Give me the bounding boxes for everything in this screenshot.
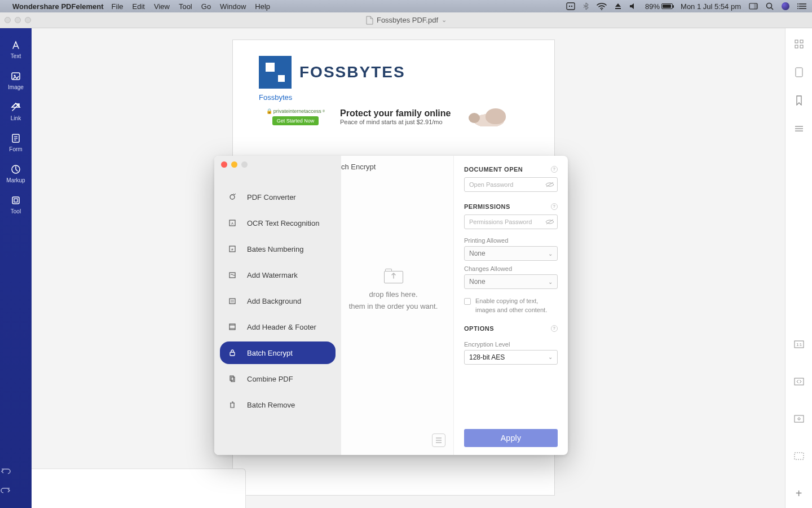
- link-icon: [0, 102, 32, 113]
- section-document-open: DOCUMENT OPEN: [464, 166, 523, 173]
- sidebar-label: Tool: [0, 208, 32, 214]
- printing-allowed-select[interactable]: None⌄: [464, 246, 558, 261]
- batch-tools-modal: PDF ConverterAOCR Text Recognition#Bates…: [214, 156, 568, 455]
- menu-go[interactable]: Go: [201, 2, 211, 11]
- undo-button[interactable]: [0, 462, 32, 481]
- modal-zoom-button[interactable]: [241, 161, 248, 168]
- tool-item-combine-pdf[interactable]: Combine PDF: [220, 367, 336, 390]
- modal-settings-panel: DOCUMENT OPEN? PERMISSIONS? Printing All…: [454, 156, 568, 455]
- redo-button[interactable]: [0, 481, 32, 500]
- window-zoom-dot[interactable]: [25, 17, 31, 23]
- modal-min-button[interactable]: [231, 161, 237, 168]
- menu-window[interactable]: Window: [220, 2, 246, 11]
- drop-text-1: drop files here.: [341, 289, 445, 301]
- apply-button[interactable]: Apply: [464, 429, 558, 447]
- permissions-password-input[interactable]: [464, 214, 558, 229]
- zoom-icon[interactable]: [793, 413, 805, 424]
- tool-icon: [228, 270, 237, 279]
- svg-point-1: [569, 6, 570, 7]
- fit-width-icon[interactable]: 1:1: [793, 339, 805, 350]
- svg-rect-23: [14, 199, 17, 202]
- modal-drop-area[interactable]: ch Encrypt drop files here. them in the …: [341, 156, 454, 455]
- chevron-down-icon: ⌄: [548, 279, 553, 285]
- bluetooth-icon[interactable]: [583, 2, 589, 10]
- window-title[interactable]: Fossbytes PDF.pdf ⌄: [365, 16, 447, 25]
- sidebar-item-form[interactable]: Form: [0, 128, 32, 159]
- window-min-dot[interactable]: [15, 17, 21, 23]
- sidebar-item-markup[interactable]: Markup: [0, 159, 32, 190]
- menu-list-icon[interactable]: [797, 3, 806, 10]
- sidebar-item-tool[interactable]: Tool: [0, 190, 32, 221]
- eject-icon[interactable]: [615, 3, 621, 10]
- list-view-toggle[interactable]: [432, 433, 445, 447]
- svg-rect-50: [231, 377, 235, 382]
- sidebar-item-link[interactable]: Link: [0, 97, 32, 128]
- open-password-input[interactable]: [464, 177, 558, 192]
- spotlight-icon[interactable]: [766, 2, 774, 10]
- tool-label: Batch Encrypt: [247, 349, 293, 357]
- wifi-icon[interactable]: [597, 3, 607, 10]
- add-icon[interactable]: +: [793, 488, 805, 499]
- enable-copying-label: Enable copying of text, images and other…: [475, 297, 558, 315]
- menu-edit[interactable]: Edit: [133, 2, 145, 11]
- section-options: OPTIONS: [464, 325, 494, 332]
- tool-item-batch-encrypt[interactable]: Batch Encrypt: [220, 341, 336, 364]
- ad-image: [458, 107, 509, 126]
- tool-icon: [228, 400, 237, 409]
- siri-icon[interactable]: [782, 2, 789, 10]
- battery-percent: 89%: [645, 2, 660, 11]
- macos-menubar: Wondershare PDFelement File Edit View To…: [0, 0, 812, 12]
- sidebar-item-image[interactable]: Image: [0, 66, 32, 97]
- eye-off-icon[interactable]: [545, 218, 554, 225]
- bookmark-icon[interactable]: [793, 95, 805, 106]
- sidebar-label: Text: [0, 53, 32, 59]
- volume-icon[interactable]: [629, 3, 637, 10]
- ad-subtext: Peace of mind starts at just $2.91/mo: [340, 119, 451, 125]
- grid-view-icon[interactable]: [793, 38, 805, 50]
- lines-icon[interactable]: [793, 123, 805, 134]
- changes-allowed-select[interactable]: None⌄: [464, 274, 558, 289]
- modal-close-button[interactable]: [221, 161, 227, 168]
- menu-tool[interactable]: Tool: [179, 2, 192, 11]
- window-close-dot[interactable]: [5, 17, 11, 23]
- app-name[interactable]: Wondershare PDFelement: [12, 2, 104, 11]
- right-rail: 1:1 +: [785, 28, 812, 508]
- menu-view[interactable]: View: [154, 2, 170, 11]
- get-started-button[interactable]: Get Started Now: [272, 116, 319, 125]
- page-icon[interactable]: [793, 67, 805, 78]
- logo-text: FOSSBYTES: [299, 63, 405, 81]
- sidebar-label: Image: [0, 84, 32, 90]
- tray-app-icon[interactable]: [566, 2, 575, 10]
- menu-file[interactable]: File: [112, 2, 123, 11]
- tool-item-ocr-text-recognition[interactable]: AOCR Text Recognition: [220, 212, 336, 234]
- svg-rect-6: [754, 3, 757, 9]
- datetime[interactable]: Mon 1 Jul 5:54 pm: [681, 2, 741, 11]
- tool-item-batch-remove[interactable]: Batch Remove: [220, 393, 336, 416]
- sidebar-item-text[interactable]: Text: [0, 35, 32, 66]
- battery-status[interactable]: 89%: [645, 2, 673, 11]
- enable-copying-checkbox[interactable]: [464, 298, 471, 305]
- chevron-down-icon[interactable]: ⌄: [442, 16, 447, 24]
- encryption-level-select[interactable]: 128-bit AES⌄: [464, 350, 558, 365]
- svg-text:A: A: [231, 222, 233, 225]
- menu-help[interactable]: Help: [255, 2, 270, 11]
- tool-icon: #: [228, 244, 237, 253]
- info-icon[interactable]: ?: [551, 166, 558, 173]
- modal-title-fragment: ch Encrypt: [341, 163, 376, 171]
- svg-rect-26: [795, 45, 798, 48]
- fit-page-icon[interactable]: [793, 376, 805, 387]
- info-icon[interactable]: ?: [551, 203, 558, 210]
- tool-item-add-watermark[interactable]: Add Watermark: [220, 264, 336, 286]
- info-icon[interactable]: ?: [551, 325, 558, 332]
- tool-item-add-header-footer[interactable]: Add Header & Footer: [220, 316, 336, 338]
- control-icon[interactable]: [749, 3, 758, 10]
- svg-rect-34: [795, 378, 804, 385]
- tool-icon: [228, 374, 237, 383]
- eye-off-icon[interactable]: [545, 181, 554, 188]
- brand-link[interactable]: Fossbytes: [259, 93, 528, 102]
- bottom-panel: [32, 468, 246, 508]
- tool-item-add-background[interactable]: Add Background: [220, 290, 336, 312]
- tool-item-bates-numbering[interactable]: #Bates Numbering: [220, 238, 336, 260]
- tool-item-pdf-converter[interactable]: PDF Converter: [220, 186, 336, 208]
- fullscreen-icon[interactable]: [793, 450, 805, 462]
